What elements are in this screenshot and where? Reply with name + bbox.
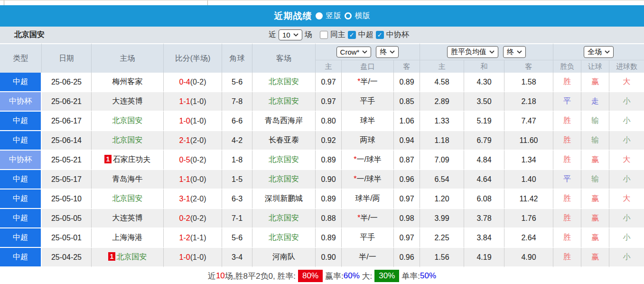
result-cell: 胜 (553, 248, 581, 267)
away-team-cell: 北京国安 (252, 228, 316, 248)
halftime-score: (1-0) (190, 253, 206, 261)
avg-home-cell: 1.56 (420, 248, 464, 267)
match-date-cell: 25-05-21 (42, 151, 92, 170)
avg-draw-cell: 4.64 (464, 170, 504, 189)
subheader-goals: 进球数 (609, 60, 644, 73)
avg-away-cell: 2.18 (504, 92, 553, 112)
avg-odds-select[interactable]: 胜平负均值 (447, 46, 498, 58)
summary-segment: 赢率: (325, 271, 344, 282)
corners-cell: 5-6 (222, 228, 252, 248)
away-odds-cell: 0.94 (394, 131, 420, 151)
recent-label: 近 (269, 30, 276, 40)
goals-result-cell: 小 (609, 112, 644, 131)
title-bar: 近期战绩 竖版 横版 (0, 5, 644, 27)
score-cell: 1-0(1-0) (164, 112, 222, 131)
corners-cell: 5-6 (222, 73, 252, 92)
match-type-cell: 中超 (0, 73, 42, 92)
home-team-name: 北京国安 (112, 116, 143, 124)
fulltime-score: 0-4 (179, 78, 190, 86)
cup-checkbox[interactable]: ✓ (376, 31, 384, 39)
table-row: 中协杯25-06-21大连英博1-1(1-0)7-8北京国安0.97平手0.85… (0, 92, 644, 112)
home-team-cell: 梅州客家 (92, 73, 164, 92)
home-team-name: 北京国安 (112, 136, 143, 144)
rank-badge: 1 (108, 252, 116, 261)
summary-segment: 大: (360, 271, 372, 282)
same-venue-label[interactable]: 同主 (330, 30, 345, 40)
rank-badge: 1 (104, 155, 112, 163)
handicap-result-cell: 赢 (581, 228, 609, 248)
chevron-down-icon (605, 50, 610, 54)
league-label[interactable]: 中超 (358, 30, 373, 40)
summary-segment: 近 (208, 271, 216, 282)
home-odds-cell: 0.89 (316, 228, 342, 248)
same-venue-checkbox[interactable] (320, 31, 328, 39)
subheader-handicap: 盘口 (342, 60, 394, 73)
score-cell: 1-1(0-0) (164, 170, 222, 189)
avg-home-cell: 6.54 (420, 170, 464, 189)
result-cell: 胜 (553, 112, 581, 131)
header-corners: 角球 (222, 43, 252, 73)
fulltime-score: 1-0 (179, 253, 190, 261)
fulltime-score: 1-2 (179, 234, 190, 242)
halftime-score: (0-2) (190, 156, 206, 164)
away-team-name: 北京国安 (269, 233, 299, 241)
handicap-cell: *一/球半 (342, 151, 394, 170)
bookmaker-select[interactable]: Crow* (336, 47, 372, 57)
away-odds-cell: 0.96 (394, 248, 420, 267)
goals-result-cell: 小 (609, 131, 644, 151)
away-team-cell: 北京国安 (252, 92, 316, 112)
home-odds-cell: 0.89 (316, 189, 342, 209)
fulltime-score: 2-1 (179, 136, 190, 144)
avg-away-cell: 1.58 (504, 73, 553, 92)
fulltime-score: 1-1 (179, 175, 190, 183)
handicap-cell: *一/球半 (342, 170, 394, 189)
result-cell: 胜 (553, 131, 581, 151)
handicap-cell: 平手 (342, 228, 394, 248)
home-team-cell: 青岛海牛 (92, 170, 164, 189)
result-cell: 胜 (553, 151, 581, 170)
horizontal-layout-radio[interactable] (345, 12, 352, 19)
avg-period-select[interactable]: 终 (503, 46, 526, 58)
cutoff-element-fragment (4, 0, 208, 5)
handicap-cell: 半/一 (342, 248, 394, 267)
vertical-layout-radio[interactable] (316, 12, 323, 19)
match-date-cell: 25-06-21 (42, 92, 92, 112)
away-team-name: 长春亚泰 (269, 136, 299, 144)
goals-result-cell: 小 (609, 92, 644, 112)
recent-count-select[interactable]: 10 (279, 29, 302, 40)
handicap-result-cell: 输 (581, 170, 609, 189)
table-row: 中协杯25-05-211石家庄功夫0-5(0-2)1-8北京国安0.89*一/球… (0, 151, 644, 170)
halftime-score: (2-0) (190, 136, 206, 144)
recent-results-panel: 近期战绩 竖版 横版 北京国安 近 10 场 同主 ✓ 中超 ✓ 中协杯 (0, 0, 644, 284)
scope-select[interactable]: 全场 (584, 46, 614, 58)
summary-segment: 场,胜8平2负0, 胜率: (225, 271, 296, 282)
avg-draw-cell: 3.78 (464, 209, 504, 228)
result-cell: 胜 (553, 228, 581, 248)
vertical-layout-label[interactable]: 竖版 (326, 11, 341, 21)
away-team-cell: 北京国安 (252, 170, 316, 189)
handicap-star: * (354, 175, 356, 183)
away-team-cell: 北京国安 (252, 209, 316, 228)
away-team-name: 深圳新鹏城 (265, 194, 303, 202)
top-strip (0, 0, 644, 5)
handicap-cell: 球半 (342, 112, 394, 131)
fulltime-score: 1-1 (179, 97, 190, 105)
halftime-score: (1-0) (190, 117, 206, 125)
chevron-down-icon (517, 50, 522, 54)
handicap-cell: 平手 (342, 92, 394, 112)
avg-draw-cell: 5.19 (464, 112, 504, 131)
away-team-cell: 河南队 (252, 248, 316, 267)
home-team-name: 大连英博 (112, 97, 143, 105)
avg-home-cell: 1.20 (420, 189, 464, 209)
league-checkbox[interactable]: ✓ (348, 31, 356, 39)
home-team-name: 石家庄功夫 (112, 155, 150, 163)
avg-draw-cell: 3.50 (464, 92, 504, 112)
avg-away-cell: 11.42 (504, 189, 553, 209)
halftime-score: (0-2) (190, 78, 206, 86)
table-row: 中超25-06-14北京国安2-1(2-0)4-2长春亚泰0.92两球0.941… (0, 131, 644, 151)
corners-cell: 6-6 (222, 112, 252, 131)
bookmaker-period-select[interactable]: 终 (376, 46, 399, 58)
horizontal-layout-label[interactable]: 横版 (355, 11, 370, 21)
cup-label[interactable]: 中协杯 (386, 30, 409, 40)
handicap-cell: *半/一 (342, 209, 394, 228)
